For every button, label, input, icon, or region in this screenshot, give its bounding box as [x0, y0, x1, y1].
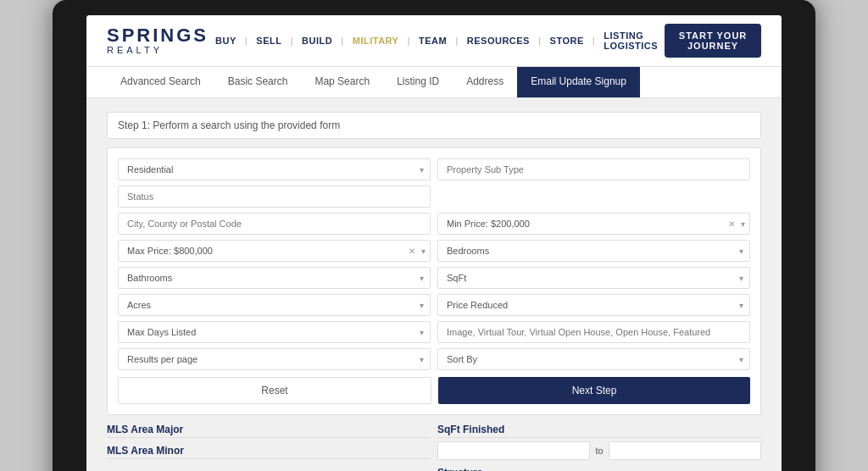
nav-military[interactable]: MILITARY — [346, 36, 406, 46]
step-label: Step 1: Perform a search using the provi… — [107, 112, 761, 139]
sort-by-select[interactable]: Sort By — [437, 348, 750, 370]
nav-buy[interactable]: BUY — [209, 36, 243, 46]
nav-resources[interactable]: RESOURCES — [460, 36, 537, 46]
property-type-col: Residential — [118, 158, 431, 180]
property-type-select[interactable]: Residential — [118, 158, 431, 180]
mls-area-major-label: MLS Area Major — [107, 420, 431, 438]
sep2: | — [288, 36, 295, 46]
advanced-section: MLS Area Major MLS Area Minor SqFt Finis… — [107, 420, 761, 471]
form-row-7: Max Days Listed — [118, 321, 750, 343]
form-row-8: Results per page Sort By — [118, 348, 750, 370]
nav-build[interactable]: BUILD — [295, 36, 339, 46]
sep4: | — [405, 36, 412, 46]
results-per-page-col: Results per page — [118, 348, 431, 370]
sep6: | — [537, 36, 543, 46]
advanced-right: SqFt Finished to Structure — [437, 420, 761, 471]
search-form: Residential — [107, 147, 761, 415]
bathrooms-select[interactable]: Bathrooms — [118, 267, 431, 289]
logo-realty: REALTY — [107, 45, 163, 55]
button-row: Reset Next Step — [118, 377, 750, 404]
mls-area-minor-label: MLS Area Minor — [107, 441, 431, 459]
property-sub-type-input[interactable] — [437, 158, 750, 180]
status-input[interactable] — [118, 186, 431, 208]
screen-inner: SPRINGS REALTY BUY | SELL | BUILD | MILI… — [86, 15, 782, 471]
max-price-col: Max Price: $800,000 ✕ ▾ — [118, 240, 431, 262]
features-col — [437, 321, 750, 343]
logo-springs: SPRINGS — [107, 26, 209, 45]
sqft-finished-max-input[interactable] — [609, 441, 761, 460]
city-input[interactable] — [118, 213, 431, 235]
status-spacer — [437, 186, 750, 208]
sqft-select[interactable]: SqFt — [437, 267, 750, 289]
max-days-select[interactable]: Max Days Listed — [118, 321, 431, 343]
start-journey-button[interactable]: START YOUR JOURNEY — [665, 24, 761, 58]
bedrooms-col: Bedrooms — [437, 240, 750, 262]
sep5: | — [453, 36, 460, 46]
tab-address[interactable]: Address — [453, 67, 517, 97]
form-row-3: Min Price: $200,000 ✕ ▾ — [118, 213, 750, 235]
nav-listing-logistics[interactable]: LISTING LOGISTICS — [597, 30, 665, 51]
acres-col: Acres — [118, 294, 431, 316]
min-price-clear-button[interactable]: ✕ — [728, 219, 735, 229]
acres-select[interactable]: Acres — [118, 294, 431, 316]
min-price-col: Min Price: $200,000 ✕ ▾ — [437, 213, 750, 235]
main-content: Step 1: Perform a search using the provi… — [86, 98, 782, 471]
form-row-4: Max Price: $800,000 ✕ ▾ Bedrooms — [118, 240, 750, 262]
features-input[interactable] — [437, 321, 750, 343]
sqft-finished-min-input[interactable] — [437, 441, 590, 460]
advanced-left: MLS Area Major MLS Area Minor — [107, 420, 431, 471]
sort-by-col: Sort By — [437, 348, 750, 370]
tab-basic-search[interactable]: Basic Search — [214, 67, 302, 97]
tab-listing-id[interactable]: Listing ID — [383, 67, 453, 97]
status-col — [118, 186, 431, 208]
laptop-screen: SPRINGS REALTY BUY | SELL | BUILD | MILI… — [53, 0, 815, 471]
nav-team[interactable]: TEAM — [412, 36, 453, 46]
laptop-wrapper: SPRINGS REALTY BUY | SELL | BUILD | MILI… — [53, 0, 815, 471]
max-price-display[interactable]: Max Price: $800,000 — [118, 240, 431, 262]
max-price-clear-button[interactable]: ✕ — [409, 247, 415, 256]
nav-links: BUY | SELL | BUILD | MILITARY | TEAM | R… — [209, 30, 665, 51]
reset-button[interactable]: Reset — [118, 377, 431, 404]
form-row-1: Residential — [118, 158, 750, 180]
sep3: | — [339, 36, 346, 46]
tab-advanced-search[interactable]: Advanced Search — [107, 67, 214, 97]
sep7: | — [591, 36, 598, 46]
max-days-col: Max Days Listed — [118, 321, 431, 343]
form-row-2 — [118, 186, 750, 208]
nav-sell[interactable]: SELL — [249, 36, 288, 46]
sqft-finished-label: SqFt Finished — [437, 420, 761, 438]
bathrooms-col: Bathrooms — [118, 267, 431, 289]
tabs-bar: Advanced Search Basic Search Map Search … — [86, 67, 782, 98]
form-row-6: Acres Price Reduced — [118, 294, 750, 316]
next-step-button[interactable]: Next Step — [438, 377, 750, 404]
tab-email-update-signup[interactable]: Email Update Signup — [517, 67, 640, 97]
sqft-col: SqFt — [437, 267, 750, 289]
bedrooms-select[interactable]: Bedrooms — [437, 240, 750, 262]
logo-area: SPRINGS REALTY — [107, 26, 209, 55]
form-row-5: Bathrooms SqFt — [118, 267, 750, 289]
min-price-display[interactable]: Min Price: $200,000 — [437, 213, 750, 235]
nav-bar: SPRINGS REALTY BUY | SELL | BUILD | MILI… — [86, 15, 782, 67]
property-sub-type-col — [437, 158, 750, 180]
sqft-to-label: to — [595, 446, 603, 456]
price-reduced-select[interactable]: Price Reduced — [437, 294, 750, 316]
nav-store[interactable]: STORE — [543, 36, 591, 46]
city-col — [118, 213, 431, 235]
structure-label: Structure — [437, 463, 761, 471]
price-reduced-col: Price Reduced — [437, 294, 750, 316]
results-per-page-select[interactable]: Results per page — [118, 348, 431, 370]
tab-map-search[interactable]: Map Search — [301, 67, 383, 97]
sqft-finished-row: to — [437, 441, 761, 460]
sep1: | — [243, 36, 250, 46]
